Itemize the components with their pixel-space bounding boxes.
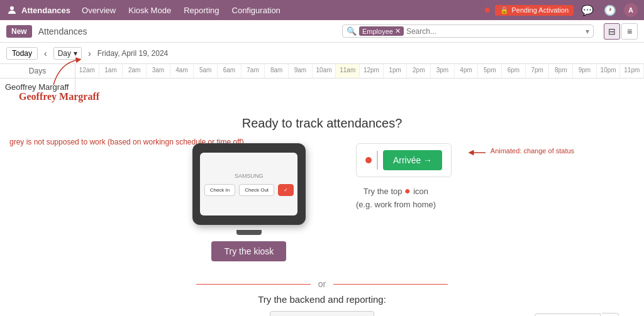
search-icon: 🔍 xyxy=(347,26,357,36)
load-sample-button[interactable]: Load Sample Data xyxy=(270,311,374,316)
animated-annotation: Animated: change of status xyxy=(468,146,574,159)
dot-icon: ● xyxy=(404,185,413,196)
hour-cell-3am: 3am xyxy=(147,64,170,78)
search-input[interactable] xyxy=(406,27,580,36)
sub-nav-title: Attendances xyxy=(38,26,87,36)
hour-cell-8am: 8am xyxy=(265,64,289,78)
animated-note-text: Animated: change of status xyxy=(491,146,574,156)
hour-cell-2pm: 2pm xyxy=(407,64,431,78)
hour-cell-7pm: 7pm xyxy=(526,64,550,78)
backend-title: Try the backend and reporting: xyxy=(258,294,386,305)
top-nav: Attendances Overview Kiosk Mode Reportin… xyxy=(0,0,644,20)
hour-cell-10am: 10am xyxy=(313,64,336,78)
try-top-line3: (e.g. work from home) xyxy=(356,200,436,209)
nav-kiosk-mode[interactable]: Kiosk Mode xyxy=(123,3,176,18)
backend-row: Load Sample Data Go to Backend ⋮ xyxy=(13,311,631,316)
hour-cell-4am: 4am xyxy=(170,64,194,78)
try-top-text: Try the top ● icon (e.g. work from home) xyxy=(356,183,436,211)
hour-cell-9pm: 9pm xyxy=(573,64,597,78)
avatar[interactable]: A xyxy=(624,3,638,17)
next-button[interactable]: › xyxy=(86,47,94,60)
go-backend-container: Go to Backend ⋮ xyxy=(535,313,619,317)
tablet-screen-header: SAMSUNG xyxy=(235,173,264,179)
hour-cell-7am: 7am xyxy=(242,64,265,78)
kiosk-section: SAMSUNG Check In Check Out ✓ Try the kio… xyxy=(192,143,452,261)
search-tag-remove[interactable]: ✕ xyxy=(395,27,401,35)
or-line-left xyxy=(196,284,311,285)
app-logo[interactable]: Attendances xyxy=(6,4,70,16)
arrivee-button[interactable]: Arrivée → xyxy=(383,150,442,170)
hour-cell-6am: 6am xyxy=(218,64,242,78)
or-line-right xyxy=(333,284,448,285)
tablet-checkin-btn[interactable]: Check In xyxy=(204,184,236,196)
hour-cell-5pm: 5pm xyxy=(478,64,502,78)
hours-row: 12am1am2am3am4am5am6am7am8am9am10am11am1… xyxy=(75,64,644,78)
go-backend-dots-button[interactable]: ⋮ xyxy=(602,313,619,317)
tablet-screen-buttons: Check In Check Out ✓ xyxy=(204,184,294,196)
calendar-nav: Today ‹ Day ▾ › Friday, April 19, 2024 xyxy=(0,43,644,64)
top-nav-right: 🔒 Pending Activation 💬 🕐 A xyxy=(485,3,638,18)
hour-cell-11pm: 11pm xyxy=(620,64,644,78)
ready-title: Ready to track attendances? xyxy=(242,116,402,131)
main-content: Geoffrey Margraff grey is not supposed t… xyxy=(0,104,644,316)
status-widget-wrapper: Arrivée → Animated: change of status xyxy=(356,143,452,177)
search-dropdown-arrow[interactable]: ▾ xyxy=(586,27,589,36)
search-tag[interactable]: Employee ✕ xyxy=(359,26,404,36)
kiosk-left: SAMSUNG Check In Check Out ✓ Try the kio… xyxy=(192,143,306,261)
hour-cell-12pm: 12pm xyxy=(360,64,384,78)
svg-point-0 xyxy=(10,6,14,10)
hour-cell-8pm: 8pm xyxy=(549,64,573,78)
hour-cell-1am: 1am xyxy=(99,64,123,78)
view-gantt-button[interactable]: ⊟ xyxy=(604,23,620,40)
hour-cell-6pm: 6pm xyxy=(502,64,526,78)
search-bar: 🔍 Employee ✕ ▾ xyxy=(342,25,594,38)
hour-cell-5am: 5am xyxy=(194,64,218,78)
annotation-name-text: Geoffrey Margraff xyxy=(19,91,253,102)
gantt-icon: ⊟ xyxy=(608,26,616,36)
hour-cell-3pm: 3pm xyxy=(431,64,455,78)
hour-cell-9am: 9am xyxy=(289,64,313,78)
tablet-image: SAMSUNG Check In Check Out ✓ xyxy=(192,143,306,225)
status-dot xyxy=(365,157,372,163)
view-toggle: ⊟ ≡ xyxy=(604,23,638,40)
or-text: or xyxy=(318,279,326,289)
tablet-checkout-btn[interactable]: Check Out xyxy=(239,184,274,196)
hour-cell-10pm: 10pm xyxy=(597,64,621,78)
calendar-period: Friday, April 19, 2024 xyxy=(97,49,169,58)
go-backend-button[interactable]: Go to Backend xyxy=(535,313,601,317)
annotation-arrow-svg xyxy=(47,57,85,88)
status-widget: Arrivée → xyxy=(356,143,452,177)
hour-cell-4pm: 4pm xyxy=(455,64,479,78)
hour-cell-1pm: 1pm xyxy=(384,64,408,78)
try-kiosk-button[interactable]: Try the kiosk xyxy=(211,241,286,261)
tablet-confirm-btn[interactable]: ✓ xyxy=(278,184,294,196)
hour-cell-2am: 2am xyxy=(123,64,147,78)
timeline-header: Days 12am1am2am3am4am5am6am7am8am9am10am… xyxy=(0,64,644,79)
animated-arrow-svg xyxy=(468,146,487,159)
pending-label: Pending Activation xyxy=(511,6,569,14)
pending-activation-button[interactable]: 🔒 Pending Activation xyxy=(495,5,574,16)
logo-icon xyxy=(6,4,18,16)
annotation-left: Geoffrey Margraff grey is not supposed t… xyxy=(9,85,244,148)
tablet-stand xyxy=(236,230,262,235)
status-divider xyxy=(377,151,378,170)
pending-dot xyxy=(485,8,490,13)
sub-nav: New Attendances 🔍 Employee ✕ ▾ ⊟ ≡ xyxy=(0,20,644,43)
backend-section: Try the backend and reporting: Load Samp… xyxy=(13,294,631,316)
view-list-button[interactable]: ≡ xyxy=(621,23,638,40)
today-button[interactable]: Today xyxy=(6,47,38,60)
pending-lock-icon: 🔒 xyxy=(500,6,509,14)
app-title: Attendances xyxy=(21,6,70,15)
try-top-line2: icon xyxy=(413,187,428,196)
new-button[interactable]: New xyxy=(6,25,32,38)
nav-overview[interactable]: Overview xyxy=(77,3,121,18)
kiosk-right: Arrivée → Animated: change of status Try… xyxy=(356,143,452,211)
nav-configuration[interactable]: Configuration xyxy=(227,3,286,18)
chat-icon[interactable]: 💬 xyxy=(579,3,596,18)
clock-icon[interactable]: 🕐 xyxy=(601,3,619,18)
hour-cell-11am: 11am xyxy=(336,64,360,78)
nav-reporting[interactable]: Reporting xyxy=(179,3,224,18)
tablet-screen: SAMSUNG Check In Check Out ✓ xyxy=(200,153,297,215)
or-divider: or xyxy=(196,279,448,289)
search-tag-label: Employee xyxy=(362,28,393,35)
